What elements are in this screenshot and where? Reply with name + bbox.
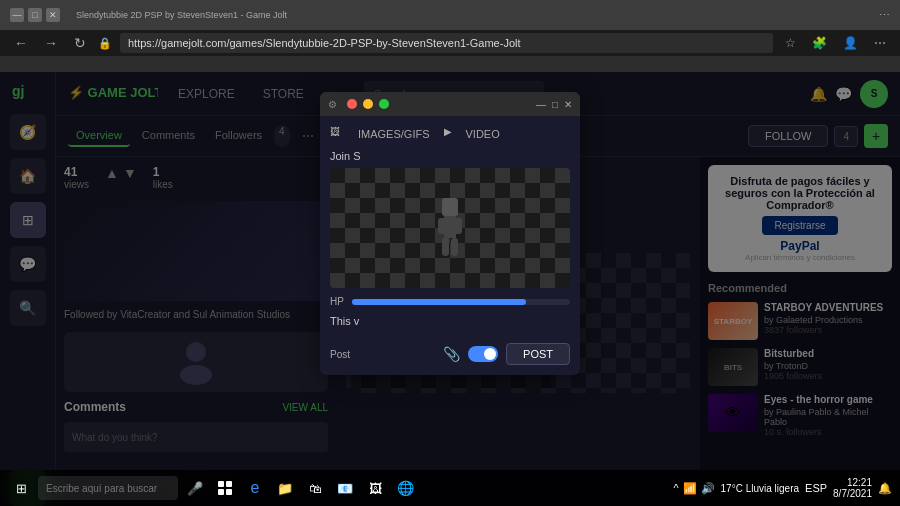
browser-controls: — □ ✕ — [10, 8, 60, 22]
profile-btn[interactable]: 👤 — [839, 34, 862, 52]
taskbar-edge-btn[interactable]: e — [242, 475, 268, 501]
taskbar-explorer-btn[interactable]: 📁 — [272, 475, 298, 501]
video-btn[interactable]: VIDEO — [460, 126, 506, 142]
taskbar-chrome-btn[interactable]: 🌐 — [392, 475, 418, 501]
hp-bar — [352, 299, 570, 305]
attach-icon: 📎 — [443, 346, 460, 362]
modal-attach-icon-btn[interactable]: 📎 — [443, 346, 460, 362]
browser-url-bar: ← → ↻ 🔒 ☆ 🧩 👤 ⋯ — [0, 30, 900, 56]
modal-toggle-label: Post — [330, 349, 350, 360]
url-input[interactable] — [120, 33, 773, 53]
modal-this-text: This v — [330, 315, 570, 327]
modal-minimize-dot[interactable] — [363, 99, 373, 109]
modal-media-btns: 🖼 IMAGES/GIFS ▶ VIDEO — [330, 126, 570, 142]
taskbar-date-display: 8/7/2021 — [833, 488, 872, 499]
svg-rect-16 — [218, 481, 224, 487]
task-view-icon — [218, 481, 232, 495]
browser-close-btn[interactable]: ✕ — [46, 8, 60, 22]
forward-btn[interactable]: → — [40, 33, 62, 53]
notifications-icon[interactable]: 🔔 — [878, 482, 892, 495]
taskbar-photos-btn[interactable]: 🖼 — [362, 475, 388, 501]
language-indicator[interactable]: ESP — [805, 482, 827, 494]
extensions-btn[interactable]: 🧩 — [808, 34, 831, 52]
taskbar-right: ^ 📶 🔊 17°C Lluvia ligera ESP 12:21 8/7/2… — [673, 477, 892, 499]
svg-rect-12 — [438, 218, 446, 234]
modal-content: 🖼 IMAGES/GIFS ▶ VIDEO Join S — [320, 116, 580, 343]
game-character-svg — [430, 198, 470, 258]
browser-titlebar: — □ ✕ Slendytubbie 2D PSP by StevenSteve… — [0, 0, 900, 30]
checkerboard-bg — [330, 168, 570, 288]
refresh-btn[interactable]: ↻ — [70, 33, 90, 53]
svg-rect-19 — [226, 489, 232, 495]
volume-icon[interactable]: 🔊 — [701, 482, 715, 495]
images-gifs-btn[interactable]: IMAGES/GIFS — [352, 126, 436, 142]
hp-fill — [352, 299, 526, 305]
taskbar-cortana-btn[interactable]: 🎤 — [182, 475, 208, 501]
taskbar-store-btn[interactable]: 🛍 — [302, 475, 328, 501]
video-icon: ▶ — [444, 126, 452, 142]
toggle-switch[interactable] — [468, 346, 498, 362]
post-modal: ⚙ — □ ✕ 🖼 IMAGES/GIFS ▶ VIDEO Join S — [320, 92, 580, 375]
modal-close-btn[interactable]: ✕ — [564, 99, 572, 110]
modal-footer: Post 📎 POST — [320, 343, 580, 375]
chevron-up-icon[interactable]: ^ — [673, 482, 678, 494]
hp-label: HP — [330, 296, 344, 307]
modal-min-btn[interactable]: — — [536, 99, 546, 110]
network-icon[interactable]: 📶 — [683, 482, 697, 495]
svg-rect-13 — [454, 218, 462, 234]
svg-rect-14 — [442, 238, 449, 256]
modal-toggle-row: Post — [330, 349, 350, 360]
browser-tab: Slendytubbie 2D PSP by StevenSteven1 - G… — [76, 10, 287, 20]
svg-rect-15 — [451, 238, 458, 256]
start-btn[interactable]: ⊞ — [8, 475, 34, 501]
modal-hp-controls: HP — [330, 296, 570, 307]
modal-maximize-dot[interactable] — [379, 99, 389, 109]
bookmark-btn[interactable]: ☆ — [781, 34, 800, 52]
svg-rect-10 — [442, 198, 458, 216]
modal-icon: ⚙ — [328, 99, 337, 110]
post-btn[interactable]: POST — [506, 343, 570, 365]
browser-minimize-btn[interactable]: — — [10, 8, 24, 22]
browser-chrome: — □ ✕ Slendytubbie 2D PSP by StevenSteve… — [0, 0, 900, 72]
modal-overlay: ⚙ — □ ✕ 🖼 IMAGES/GIFS ▶ VIDEO Join S — [0, 72, 900, 506]
svg-rect-18 — [218, 489, 224, 495]
svg-rect-17 — [226, 481, 232, 487]
modal-preview — [330, 168, 570, 288]
sys-tray: ^ 📶 🔊 — [673, 482, 714, 495]
taskbar-mail-btn[interactable]: 📧 — [332, 475, 358, 501]
menu-btn[interactable]: ⋯ — [870, 34, 890, 52]
modal-join-text: Join S — [330, 150, 570, 162]
taskbar-search-input[interactable] — [38, 476, 178, 500]
taskbar-time-display: 12:21 — [833, 477, 872, 488]
back-btn[interactable]: ← — [10, 33, 32, 53]
modal-titlebar: ⚙ — □ ✕ — [320, 92, 580, 116]
taskbar-weather[interactable]: 17°C Lluvia ligera — [721, 483, 800, 494]
browser-more-btn[interactable]: ⋯ — [879, 9, 890, 22]
image-icon: 🖼 — [330, 126, 340, 142]
taskbar-clock[interactable]: 12:21 8/7/2021 — [833, 477, 872, 499]
taskbar-task-view-btn[interactable] — [212, 475, 238, 501]
modal-max-btn[interactable]: □ — [552, 99, 558, 110]
browser-maximize-btn[interactable]: □ — [28, 8, 42, 22]
modal-close-dot[interactable] — [347, 99, 357, 109]
taskbar: ⊞ 🎤 e 📁 🛍 📧 🖼 🌐 ^ 📶 🔊 17°C Lluvia ligera… — [0, 470, 900, 506]
lock-icon: 🔒 — [98, 37, 112, 50]
